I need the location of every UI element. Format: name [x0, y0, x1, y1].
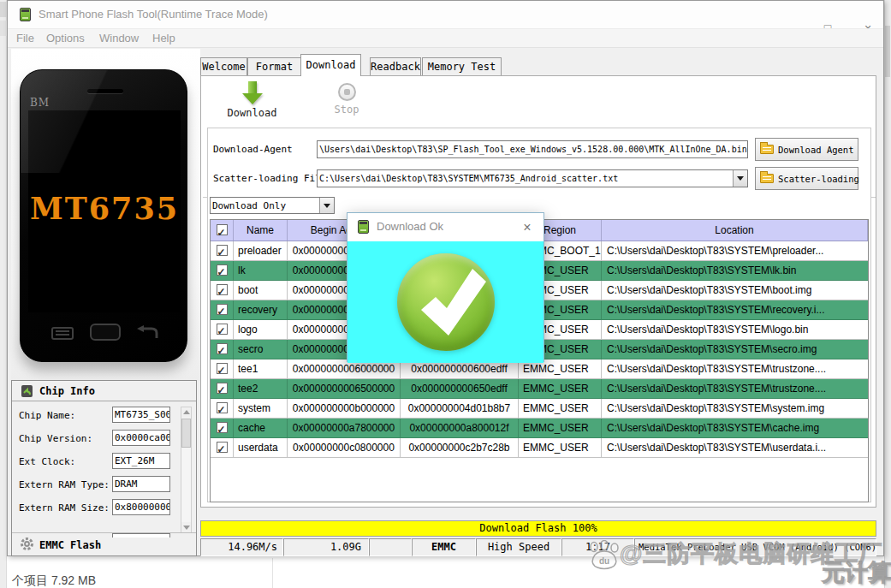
- partition-checkbox[interactable]: [217, 363, 228, 374]
- chip-info-scrollbar[interactable]: [181, 407, 192, 533]
- scatter-file-combo[interactable]: C:\Users\dai\Desktop\T83\SYSTEM\MT6735_A…: [317, 169, 748, 187]
- tab-format[interactable]: Format: [247, 57, 301, 75]
- chip-field-label: Chip Name:: [19, 410, 75, 421]
- chip-field-partial: [112, 533, 170, 538]
- partition-checkbox[interactable]: [217, 264, 228, 276]
- partition-name: boot: [234, 281, 288, 300]
- partition-name: tee1: [234, 359, 288, 378]
- partition-name: system: [234, 399, 288, 418]
- chip-info-field: Chip Name: MT6735_S00: [12, 403, 177, 426]
- partition-checkbox[interactable]: [217, 324, 228, 335]
- desktop-right-strip: [884, 0, 891, 588]
- partition-checkbox-cell[interactable]: [211, 300, 234, 319]
- chip-field-value[interactable]: MT6735_S00: [112, 407, 170, 423]
- scroll-up-button[interactable]: [181, 407, 191, 418]
- partition-checkbox-cell[interactable]: [211, 359, 234, 378]
- partition-checkbox-cell[interactable]: [211, 281, 234, 300]
- tab-download[interactable]: Download: [300, 54, 361, 76]
- partition-name: lk: [234, 261, 288, 280]
- partition-checkbox[interactable]: [217, 383, 228, 394]
- download-agent-button[interactable]: Download Agent: [755, 138, 858, 161]
- chip-field-value[interactable]: EXT_26M: [112, 453, 170, 469]
- tab-readback[interactable]: Readback: [370, 57, 421, 75]
- partition-end-address: 0x00000000c2b7c28b: [401, 438, 519, 457]
- phone-home-button: [90, 324, 121, 341]
- partition-row[interactable]: userdata 0x00000000c0800000 0x00000000c2…: [211, 438, 868, 458]
- partition-region: EMMC_USER: [519, 379, 602, 398]
- partition-region: EMMC_USER: [519, 399, 602, 418]
- partition-region: EMMC_USER: [519, 438, 602, 457]
- download-action-button[interactable]: Download: [220, 81, 284, 119]
- partition-checkbox[interactable]: [217, 343, 228, 354]
- partition-checkbox[interactable]: [217, 245, 228, 256]
- partition-checkbox[interactable]: [217, 402, 228, 413]
- scroll-down-button[interactable]: [181, 522, 191, 532]
- partition-begin-address: 0x00000000c0800000: [288, 438, 401, 457]
- scrollbar-thumb[interactable]: [181, 419, 191, 448]
- partition-checkbox-cell[interactable]: [211, 320, 234, 339]
- menu-window[interactable]: Window: [99, 32, 139, 45]
- desktop-left-strip: [0, 0, 7, 588]
- triangle-up-icon: [183, 410, 190, 414]
- dialog-app-icon: [358, 220, 369, 234]
- download-agent-button-label: Download Agent: [778, 145, 854, 155]
- partition-checkbox-cell[interactable]: [211, 340, 234, 359]
- mode-combo-dropdown-button[interactable]: [319, 198, 334, 213]
- chip-field-value[interactable]: 0x0000ca00: [112, 430, 170, 446]
- column-header-name[interactable]: Name: [234, 220, 288, 241]
- partition-checkbox[interactable]: [217, 442, 228, 453]
- download-mode-select[interactable]: Download Only: [210, 197, 335, 214]
- partition-checkbox-cell[interactable]: [211, 399, 234, 418]
- column-header-location[interactable]: Location: [602, 220, 868, 241]
- dialog-close-icon[interactable]: ×: [518, 218, 537, 237]
- partition-location: C:\Users\dai\Desktop\T83\SYSTEM\cache.im…: [602, 419, 868, 437]
- partition-checkbox-cell[interactable]: [211, 438, 234, 457]
- partition-checkbox-cell[interactable]: [211, 261, 234, 280]
- download-progress-bar: Download Flash 100%: [200, 520, 876, 537]
- tab-memory-test[interactable]: Memory Test: [422, 57, 502, 75]
- partition-checkbox-cell[interactable]: [211, 241, 234, 260]
- partition-row[interactable]: tee2 0x0000000006500000 0x000000000650ed…: [211, 379, 868, 399]
- partition-checkbox[interactable]: [217, 422, 228, 433]
- scatter-combo-dropdown-button[interactable]: [733, 170, 747, 187]
- partition-location: C:\Users\dai\Desktop\T83\SYSTEM\preloade…: [602, 241, 868, 260]
- partition-name: logo: [234, 320, 288, 339]
- partition-row[interactable]: cache 0x00000000a7800000 0x00000000a8000…: [211, 419, 868, 438]
- chip-info-header: Chip Info: [12, 381, 196, 401]
- partition-checkbox-cell[interactable]: [211, 419, 234, 437]
- status-com-port: MediaTek PreLoader USB VCOM (Android) (C…: [634, 538, 876, 556]
- partition-end-address: 0x000000000650edff: [401, 379, 519, 398]
- download-ok-dialog: Download Ok ×: [347, 212, 544, 362]
- chip-footer-divider: [12, 532, 196, 533]
- stop-action-button[interactable]: Stop: [321, 81, 372, 116]
- partition-begin-address: 0x0000000006500000: [288, 379, 401, 398]
- partition-name: preloader: [234, 241, 288, 260]
- chip-info-title: Chip Info: [39, 385, 95, 397]
- select-all-cell[interactable]: [211, 220, 234, 241]
- phone-menu-icon: [51, 327, 74, 340]
- partition-name: recovery: [234, 300, 288, 319]
- select-all-checkbox[interactable]: [217, 224, 228, 235]
- menubar: File Options Window Help: [8, 28, 883, 48]
- partition-checkbox-cell[interactable]: [211, 379, 234, 398]
- tab-welcome[interactable]: Welcome: [200, 57, 247, 75]
- chip-field-value[interactable]: 0x80000000: [112, 499, 170, 515]
- partition-checkbox[interactable]: [217, 284, 228, 295]
- status-size: 1.09G: [283, 538, 369, 556]
- chip-info-field: Ext Clock: EXT_26M: [12, 449, 177, 472]
- partition-checkbox[interactable]: [217, 304, 228, 315]
- menu-file[interactable]: File: [16, 32, 34, 45]
- partition-location: C:\Users\dai\Desktop\T83\SYSTEM\system.i…: [602, 399, 868, 418]
- download-agent-input[interactable]: \Users\dai\Desktop\T83\SP_Flash_Tool_exe…: [317, 140, 748, 158]
- partition-end-address: 0x000000004d01b8b7: [401, 399, 519, 418]
- chip-field-value[interactable]: DRAM: [112, 476, 170, 492]
- chip-info-panel: Chip Info Chip Name: MT6735_S00 Chip Ver…: [11, 380, 197, 556]
- scatter-loading-button[interactable]: Scatter-loading: [755, 167, 858, 190]
- menu-options[interactable]: Options: [46, 32, 85, 45]
- partition-location: C:\Users\dai\Desktop\T83\SYSTEM\boot.img: [602, 281, 868, 300]
- partition-location: C:\Users\dai\Desktop\T83\SYSTEM\userdata…: [602, 438, 868, 457]
- partition-location: C:\Users\dai\Desktop\T83\SYSTEM\trustzon…: [602, 379, 868, 398]
- chip-info-fields: Chip Name: MT6735_S00 Chip Version: 0x00…: [12, 403, 177, 533]
- partition-row[interactable]: system 0x000000000b000000 0x000000004d01…: [211, 399, 868, 419]
- menu-help[interactable]: Help: [152, 32, 175, 45]
